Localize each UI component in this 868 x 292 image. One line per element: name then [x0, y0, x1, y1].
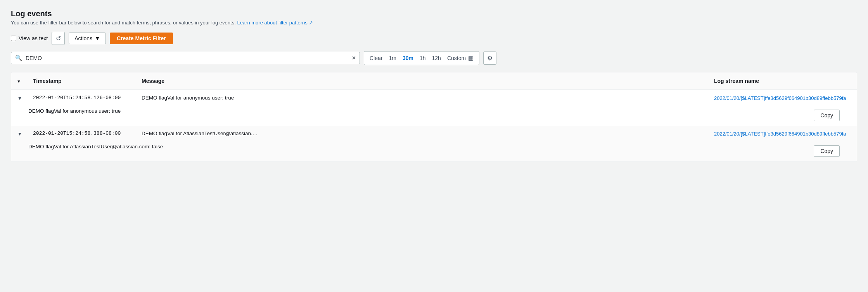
col-header-expand: ▼ — [11, 76, 28, 86]
chevron-down-icon: ▼ — [95, 35, 100, 41]
logstream-1: 2022/01/20/[$LATEST]ffe3d5629f664901b30d… — [709, 90, 857, 106]
learn-more-link[interactable]: Learn more about filter patterns ↗ — [237, 20, 313, 26]
calendar-icon: ▦ — [468, 55, 474, 62]
time-clear-button[interactable]: Clear — [370, 55, 382, 61]
time-1h-button[interactable]: 1h — [420, 55, 426, 61]
actions-button[interactable]: Actions ▼ — [69, 33, 106, 44]
gear-icon: ⚙ — [487, 55, 493, 62]
col-header-logstream: Log stream name — [709, 76, 857, 86]
col-header-timestamp: Timestamp — [28, 76, 137, 86]
time-12h-button[interactable]: 12h — [432, 55, 441, 61]
expanded-text-1: DEMO flagVal for anonymous user: true — [28, 108, 121, 114]
clear-icon[interactable]: × — [352, 55, 356, 62]
view-as-text-label[interactable]: View as text — [11, 35, 48, 41]
message-1: DEMO flagVal for anonymous user: true — [137, 90, 709, 105]
time-custom-button[interactable]: Custom ▦ — [447, 55, 474, 62]
table-row-main-1: ▼ 2022-01-20T15:24:58.126-08:00 DEMO fla… — [11, 90, 857, 106]
expanded-row-1: DEMO flagVal for anonymous user: true Co… — [28, 108, 840, 121]
logstream-link-2[interactable]: 2022/01/20/[$LATEST]ffe3d5629f664901b30d… — [714, 131, 846, 137]
expand-button-1[interactable]: ▼ — [11, 90, 28, 106]
expanded-row-2: DEMO flagVal for AtlassianTestUser@atlas… — [28, 144, 840, 157]
time-controls: Clear 1m 30m 1h 12h Custom ▦ — [364, 51, 479, 65]
copy-button-2[interactable]: Copy — [814, 145, 840, 157]
page-title: Log events — [11, 9, 857, 18]
create-metric-filter-button[interactable]: Create Metric Filter — [110, 33, 173, 44]
expanded-text-2: DEMO flagVal for AtlassianTestUser@atlas… — [28, 144, 163, 149]
search-box: 🔍 × — [11, 52, 360, 64]
expand-arrow-icon: ▼ — [17, 131, 22, 137]
expand-arrow-icon: ▼ — [17, 96, 22, 101]
table-header: ▼ Timestamp Message Log stream name — [11, 72, 857, 90]
copy-button-1[interactable]: Copy — [814, 110, 840, 121]
logstream-link-1[interactable]: 2022/01/20/[$LATEST]ffe3d5629f664901b30d… — [714, 95, 846, 101]
logstream-2: 2022/01/20/[$LATEST]ffe3d5629f664901b30d… — [709, 126, 857, 141]
settings-button[interactable]: ⚙ — [483, 52, 496, 65]
toolbar: View as text ↺ Actions ▼ Create Metric F… — [11, 32, 857, 45]
page-subtitle: You can use the filter bar below to sear… — [11, 20, 857, 26]
external-link-icon: ↗ — [309, 20, 313, 26]
search-icon: 🔍 — [15, 55, 22, 62]
message-2: DEMO flagVal for AtlassianTestUser@atlas… — [137, 126, 709, 141]
time-1m-button[interactable]: 1m — [389, 55, 396, 61]
refresh-button[interactable]: ↺ — [52, 32, 65, 45]
view-as-text-checkbox[interactable] — [11, 36, 16, 41]
page-container: Log events You can use the filter bar be… — [0, 0, 868, 292]
timestamp-1: 2022-01-20T15:24:58.126-08:00 — [28, 90, 137, 105]
table-row: ▼ 2022-01-20T15:24:58.126-08:00 DEMO fla… — [11, 90, 857, 126]
actions-label: Actions — [74, 35, 92, 41]
expanded-content-2: DEMO flagVal for AtlassianTestUser@atlas… — [11, 142, 857, 161]
table-row-main-2: ▼ 2022-01-20T15:24:58.388-08:00 DEMO fla… — [11, 126, 857, 142]
refresh-icon: ↺ — [56, 35, 61, 42]
expanded-content-1: DEMO flagVal for anonymous user: true Co… — [11, 106, 857, 126]
search-input[interactable] — [26, 55, 349, 61]
col-header-message: Message — [137, 76, 709, 86]
sort-icon: ▼ — [17, 79, 21, 84]
timestamp-2: 2022-01-20T15:24:58.388-08:00 — [28, 126, 137, 141]
time-30m-button[interactable]: 30m — [403, 55, 413, 61]
search-time-row: 🔍 × Clear 1m 30m 1h 12h Custom ▦ ⚙ — [11, 51, 857, 65]
log-events-table: ▼ Timestamp Message Log stream name ▼ 20… — [11, 72, 857, 162]
table-row: ▼ 2022-01-20T15:24:58.388-08:00 DEMO fla… — [11, 126, 857, 161]
expand-button-2[interactable]: ▼ — [11, 126, 28, 142]
